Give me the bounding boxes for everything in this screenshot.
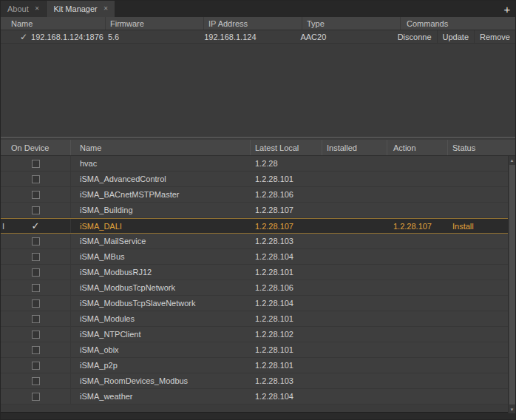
kit-row[interactable]: iSMA_ModbusTcpSlaveNetwork 1.2.28.104 (1, 296, 509, 311)
kit-installed (322, 219, 387, 233)
kit-status (448, 265, 509, 280)
kit-row[interactable]: iSMA_weather 1.2.28.104 (1, 389, 509, 404)
kit-status (448, 327, 509, 342)
horizontal-scrollbar[interactable] (1, 412, 515, 419)
kit-latest-local: 1.2.28.107 (251, 219, 322, 233)
tab-bar: About ✕ Kit Manager ✕ + (1, 1, 515, 17)
kit-action (387, 156, 448, 171)
kit-status: Install (448, 219, 509, 233)
remove-command[interactable]: Remove (474, 30, 515, 43)
kit-name: iSMA_ModbusRJ12 (71, 265, 251, 280)
kits-header-row: On Device Name Latest Local Installed Ac… (1, 140, 515, 156)
disconnect-command[interactable]: Disconne (393, 30, 437, 43)
scroll-down-icon[interactable]: ▼ (509, 405, 515, 413)
kit-action (387, 249, 448, 264)
on-device-cell (1, 234, 71, 248)
on-device-checkbox[interactable] (32, 160, 40, 168)
on-device-checkbox[interactable] (32, 331, 40, 339)
on-device-checkbox[interactable]: ✓ (32, 222, 40, 230)
kit-row[interactable]: iSMA_MBus 1.2.28.104 (1, 249, 509, 265)
vertical-scrollbar[interactable]: ▲ ▼ (508, 156, 515, 413)
tab-about-label: About (7, 4, 29, 13)
kit-row[interactable]: iSMA_Building 1.2.28.107 (1, 203, 509, 218)
kits-column-installed[interactable]: Installed (322, 140, 387, 155)
kit-row[interactable]: iSMA_ModbusTcpNetwork 1.2.28.106 (1, 280, 509, 296)
on-device-checkbox[interactable] (32, 315, 40, 323)
kit-action (387, 373, 448, 388)
kit-installed (322, 296, 387, 311)
on-device-checkbox[interactable] (32, 237, 40, 245)
kits-column-on-device[interactable]: On Device (1, 140, 71, 155)
device-firmware: 5.6 (103, 30, 200, 43)
on-device-checkbox[interactable] (32, 346, 40, 354)
kit-action (387, 327, 448, 342)
kit-row[interactable]: hvac 1.2.28 (1, 156, 509, 172)
kit-action (387, 358, 448, 373)
on-device-checkbox[interactable] (32, 393, 40, 401)
kit-row[interactable]: ✓ iSMA_DALI 1.2.28.107 1.2.28.107 Instal… (1, 218, 509, 234)
kit-name: iSMA_ModbusTcpNetwork (71, 280, 251, 295)
kit-name: iSMA_AdvancedControl (71, 172, 251, 186)
on-device-cell (1, 389, 71, 404)
kit-latest-local: 1.2.28.106 (251, 187, 322, 202)
kit-action (387, 280, 448, 295)
kits-column-action[interactable]: Action (387, 140, 448, 155)
on-device-checkbox[interactable] (32, 206, 40, 214)
close-icon[interactable]: ✕ (35, 6, 40, 12)
on-device-checkbox[interactable] (32, 299, 40, 308)
scrollbar-thumb[interactable] (509, 165, 515, 404)
kit-latest-local: 1.2.28.102 (251, 327, 322, 342)
devices-column-commands[interactable]: Commands (401, 17, 515, 30)
devices-column-name[interactable]: Name (1, 17, 106, 30)
on-device-checkbox[interactable] (32, 191, 40, 199)
kit-row[interactable]: iSMA_Modules 1.2.28.101 (1, 311, 509, 327)
kit-latest-local: 1.2.28.106 (251, 280, 322, 295)
kit-row[interactable]: iSMA_BACnetMSTPMaster 1.2.28.106 (1, 187, 509, 203)
kit-row[interactable]: iSMA_p2p 1.2.28.101 (1, 358, 509, 373)
kit-action (387, 203, 448, 217)
on-device-cell (1, 156, 71, 171)
kit-row[interactable]: iSMA_obix 1.2.28.101 (1, 342, 509, 358)
scroll-up-icon[interactable]: ▲ (509, 156, 515, 164)
kit-action (387, 342, 448, 357)
devices-column-ip-address[interactable]: IP Address (204, 17, 302, 30)
on-device-checkbox[interactable] (32, 362, 40, 370)
kit-status (448, 373, 509, 388)
kit-row[interactable]: iSMA_NTPClient 1.2.28.102 (1, 327, 509, 342)
kit-latest-local: 1.2.28.101 (251, 342, 322, 357)
close-icon[interactable]: ✕ (103, 6, 109, 12)
devices-column-firmware[interactable]: Firmware (106, 17, 204, 30)
kit-name: iSMA_BACnetMSTPMaster (71, 187, 251, 202)
tab-kit-manager-label: Kit Manager (53, 4, 97, 13)
kits-column-status[interactable]: Status (448, 140, 515, 155)
device-row[interactable]: ✓ 192.168.1.124:1876 5.6 192.168.1.124 A… (1, 30, 515, 44)
kit-latest-local: 1.2.28.101 (251, 311, 322, 326)
on-device-checkbox[interactable] (32, 253, 40, 261)
update-command[interactable]: Update (437, 30, 474, 43)
on-device-checkbox[interactable] (32, 175, 40, 183)
kit-installed (322, 327, 387, 342)
on-device-checkbox[interactable] (32, 377, 40, 385)
kit-installed (322, 280, 387, 295)
kit-row[interactable]: iSMA_AdvancedControl 1.2.28.101 (1, 172, 509, 187)
devices-column-type[interactable]: Type (302, 17, 401, 30)
kit-status (448, 280, 509, 295)
kits-column-name[interactable]: Name (71, 140, 251, 155)
kit-latest-local: 1.2.28.107 (251, 203, 322, 217)
kit-row[interactable]: iSMA_ModbusRJ12 1.2.28.101 (1, 265, 509, 280)
kit-installed (322, 156, 387, 171)
tab-kit-manager[interactable]: Kit Manager ✕ (47, 1, 115, 17)
kit-manager-window: About ✕ Kit Manager ✕ + Name Firmware IP… (0, 0, 516, 420)
on-device-checkbox[interactable] (32, 268, 40, 277)
add-tab-button[interactable]: + (499, 1, 515, 17)
kit-row[interactable]: iSMA_RoomDevices_Modbus 1.2.28.103 (1, 373, 509, 389)
kit-name: iSMA_obix (71, 342, 251, 357)
on-device-cell (1, 203, 71, 217)
kits-column-latest-local[interactable]: Latest Local (251, 140, 322, 155)
kit-installed (322, 342, 387, 357)
on-device-checkbox[interactable] (32, 284, 40, 292)
kit-row[interactable]: iSMA_MailService 1.2.28.103 (1, 234, 509, 249)
kit-status (448, 203, 509, 217)
kit-name: iSMA_MailService (71, 234, 251, 248)
tab-about[interactable]: About ✕ (1, 1, 46, 17)
